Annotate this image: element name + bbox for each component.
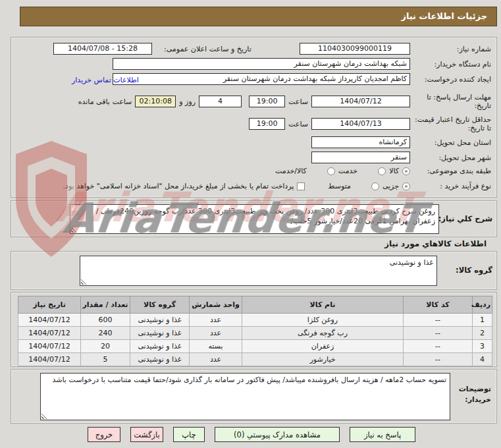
classification-row: طبقه بندی موضوعی: کالا خدمت کالا/خدمت [16,167,491,175]
table-cell: 1404/07/12 [18,314,81,327]
table-cell: زعفران [242,340,404,353]
goods-group-textarea[interactable]: غذا و نوشیدنی [80,256,437,286]
table-cell: 1404/07/12 [18,340,81,353]
city-field[interactable]: سنقر [311,152,410,163]
table-cell: غذا و نوشیدنی [130,340,190,353]
table-cell: 600 [81,314,130,327]
page-title: جزئیات اطلاعات نیاز [20,7,497,26]
classification-label: طبقه بندی موضوعی: [413,167,491,175]
items-table-panel: ردیفکد کالانام کالاواحد شمارشگروه کالاتع… [11,292,497,367]
need-info-panel: شماره نیاز: 1104030099000119 تاریخ و ساع… [11,37,497,198]
remaining-days-field: 4 [199,96,242,107]
radio-medium[interactable] [371,182,379,190]
creator-label: ایجاد کننده درخواست: [413,75,491,84]
need-number-label: شماره نیاز: [413,45,491,53]
city-row: شهر محل تحویل: سنقر [16,152,491,163]
table-cell: غذا و نوشیدنی [130,353,190,366]
table-cell: 4 [473,353,492,366]
table-header-cell: تعداد / مقدار [81,296,130,314]
treasury-docs-label: پرداخت تمام یا بخشی از مبلغ خرید،از محل … [63,182,294,190]
table-cell: 3 [473,340,492,353]
table-cell: 1404/07/12 [18,353,81,366]
view-attachments-button[interactable]: مشاهده مدارک پیوستي (0) [215,427,340,442]
table-cell: عدد [190,314,242,327]
description-text: روغن سرخ کردنی طبیعت3لیتری 300 عدد/ روغن… [96,207,435,225]
table-cell: -- [404,314,473,327]
table-row: 1--روغن کلزاعددغذا و نوشیدنی6001404/07/1… [18,314,492,327]
buyer-notes-panel: توضیحات خریدار: تسویه حساب 2ماهه / هزینه… [11,369,497,424]
buyer-notes-textarea[interactable]: تسویه حساب 2ماهه / هزینه ارسال بافروشنده… [40,373,450,420]
table-body: 1--روغن کلزاعددغذا و نوشیدنی6001404/07/1… [18,314,492,366]
page: جزئیات اطلاعات نیاز شماره نیاز: 11040300… [0,0,501,448]
table-cell: بسته [190,340,242,353]
radio-goods-service[interactable] [327,167,335,175]
deadline-date-field[interactable]: 1404/07/12 [311,96,410,107]
table-row: 2--رب گوجه فرنگیعددغذا و نوشیدنی2401404/… [18,327,492,340]
deadline-row: مهلت ارسال پاسخ: تا تاریخ: 1404/07/12 سا… [16,90,491,113]
remaining-days-label: روز و [179,98,196,106]
province-field[interactable]: کرمانشاه [311,136,410,148]
table-cell: 1 [473,314,492,327]
table-header-cell: گروه کالا [130,296,190,314]
countdown-label: ساعت باقی مانده [78,98,132,106]
validity-row: حداقل تاریخ اعتبار قیمت: تا تاریخ: 1404/… [16,113,491,135]
announce-label: تاریخ و ساعت اعلان عمومی: [164,45,251,53]
radio-minor-label: جزیی [382,182,399,190]
radio-minor[interactable] [402,182,410,190]
table-header-cell: کد کالا [404,296,473,314]
province-label: استان محل تحویل: [413,138,491,147]
respond-button[interactable]: پاسخ به نیاز [350,427,415,442]
table-header-cell: نام کالا [242,296,404,314]
validity-hour-label: ساعت [288,120,308,128]
table-cell: 1404/07/12 [18,327,81,340]
table-cell: 2 [473,327,492,340]
table-row: 3--زعفرانبستهغذا و نوشیدنی201404/07/12 [18,340,492,353]
resize-grip-icon[interactable] [71,227,77,233]
creator-field[interactable]: کاظم امجدیان کارپرداز شبکه بهداشت درمان … [113,73,410,85]
table-header-cell: تاریخ نیاز [18,296,81,314]
resize-grip-icon[interactable] [81,279,87,285]
table-cell: -- [404,353,473,366]
table-header-cell: واحد شمارش [190,296,242,314]
announce-datetime-field: 1404/07/08 - 15:28 [53,43,152,55]
deadline-hour-field[interactable]: 19:00 [249,96,285,107]
description-label: شرح کلي نیاز: [438,214,492,223]
radio-goods-label: کالا [389,167,399,175]
table-cell: -- [404,340,473,353]
deadline-hour-label: ساعت [288,98,308,106]
radio-service[interactable] [378,167,386,175]
process-type-label: نوع فرآیند خرید : [413,182,491,190]
buyer-org-field[interactable]: شبکه بهداشت درمان شهرستان سنقر [113,58,410,70]
table-cell: 5 [81,353,130,366]
table-cell: 20 [81,340,130,353]
table-cell: عدد [190,353,242,366]
table-cell: غذا و نوشیدنی [130,314,190,327]
items-table: ردیفکد کالانام کالاواحد شمارشگروه کالاتع… [18,296,492,366]
table-header-row: ردیفکد کالانام کالاواحد شمارشگروه کالاتع… [18,296,492,314]
buyer-contact-link[interactable]: اطلاعات تماس خریدار [72,76,139,84]
table-cell: رب گوجه فرنگی [242,327,404,340]
goods-group-label: گروه کالا: [456,266,492,275]
city-label: شهر محل تحویل: [413,154,491,162]
process-type-row: نوع فرآیند خرید : جزیی متوسط پرداخت تمام… [16,182,491,190]
table-cell: روغن کلزا [242,314,404,327]
description-panel: شرح کلي نیاز: روغن سرخ کردنی طبیعت3لیتری… [11,200,497,237]
table-cell: -- [404,327,473,340]
exit-button[interactable]: خروج [88,427,120,442]
radio-goods[interactable] [402,167,410,175]
goods-group-panel: گروه کالا: غذا و نوشیدنی [11,251,497,290]
need-number-field[interactable]: 1104030099000119 [300,43,410,55]
print-button[interactable]: چاپ [173,427,205,442]
resize-grip-icon[interactable] [41,413,47,419]
validity-hour-field[interactable]: 19:00 [249,118,285,130]
back-button[interactable]: بازگشت [130,427,163,442]
description-textarea[interactable]: روغن سرخ کردنی طبیعت3لیتری 300 عدد/ روغن… [70,204,439,234]
radio-medium-label: متوسط [328,182,351,190]
buyer-org-label: نام دستگاه خریدار: [413,60,491,69]
deadline-label: مهلت ارسال پاسخ: تا تاریخ: [413,93,491,110]
validity-date-field[interactable]: 1404/07/13 [311,118,410,130]
goods-group-text: غذا و نوشیدنی [390,258,433,267]
items-section-heading: اطلاعات کالاهاي مورد نیاز [384,239,487,248]
table-cell: خیارشور [242,353,404,366]
treasury-docs-checkbox[interactable] [297,182,305,190]
